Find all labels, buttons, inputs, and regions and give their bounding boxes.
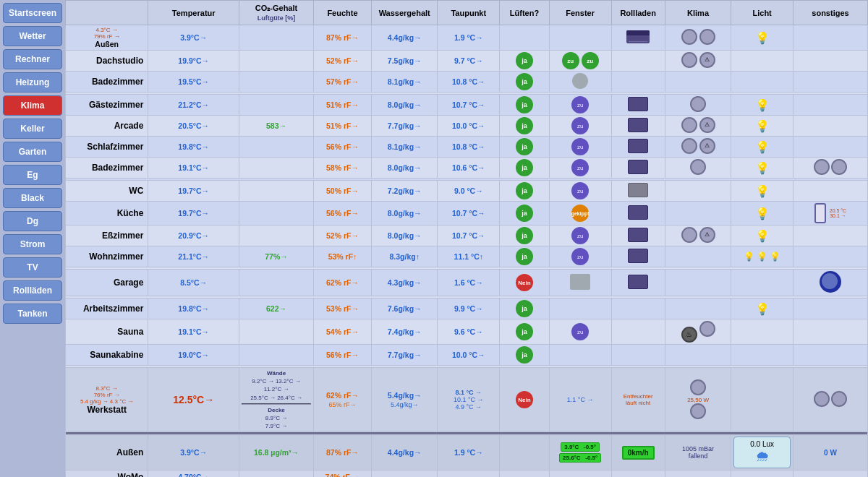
cell-sonstiges [793, 298, 868, 319]
temp-display-1: 3.9°C -0.5° [561, 442, 600, 452]
cell-temp: 19.1°C→ [148, 158, 239, 179]
lueften-btn[interactable]: ja [516, 159, 533, 176]
fenster-btn-zu[interactable]: zu [571, 96, 589, 113]
cell-klima [665, 95, 731, 116]
lueften-btn[interactable]: ja [516, 323, 533, 340]
lueften-btn[interactable]: ja [516, 346, 533, 364]
cell-feuchte: 50% rF→ [313, 181, 371, 202]
lux-display: 0.0 Lux 🌧 [733, 437, 791, 468]
lueften-btn[interactable]: ja [516, 300, 533, 317]
fenster-btn-zu[interactable]: zu [571, 159, 589, 176]
cell-wasser: 7.7g/kg→ [371, 345, 437, 366]
cell-taupunkt: 10.0 °C→ [438, 345, 500, 366]
cell-klima [665, 181, 731, 202]
cell-wasser: 8.0g/kg→ [371, 225, 437, 246]
cell-fenster: zu [549, 225, 611, 246]
sidebar-item-tv[interactable]: TV [3, 257, 62, 278]
fenster-btn-zu[interactable]: zu [571, 182, 589, 199]
cell-pressure: 1005 mBar fallend [665, 435, 731, 470]
sidebar-item-garten[interactable]: Garten [3, 142, 62, 162]
cell-klima [665, 345, 731, 366]
table-row: 4.3°C →79% rF → Außen 3.9°C→ 87% rF→ 4.4… [66, 25, 868, 51]
cell-licht: 💡 [731, 225, 793, 246]
cell-licht-womo [731, 470, 793, 477]
cell-rollladen [611, 270, 665, 296]
col-header-fenster: Fenster [549, 1, 611, 25]
cell-temp: 21.2°C→ [148, 95, 239, 116]
cell-co2 [239, 95, 314, 116]
cell-sonstiges [793, 51, 868, 72]
cell-co2 [239, 25, 314, 51]
cell-co2: 77%→ [239, 246, 314, 267]
cell-co2-bottom: 16.8 µg/m³→ [239, 435, 314, 470]
cell-taupunkt: 9.6 °C→ [438, 319, 500, 345]
sidebar: Startscreen Wetter Rechner Heizung Klima… [0, 0, 65, 477]
cell-fenster-bottom: 3.9°C -0.5° 25.6°C -0.5° [549, 435, 611, 470]
sidebar-item-rolllaeden[interactable]: Rollläden [3, 280, 62, 301]
sidebar-item-eg[interactable]: Eg [3, 165, 62, 185]
fenster-btn-zu[interactable]: zu [571, 323, 589, 340]
cell-lueften-bottom [500, 435, 550, 470]
außen-extra-info: 4.3°C →79% rF → [68, 27, 145, 40]
lueften-btn-ja[interactable]: ja [516, 52, 533, 69]
sidebar-item-strom[interactable]: Strom [3, 234, 62, 254]
lueften-btn[interactable]: ja [516, 182, 533, 199]
cell-wasser: 7.2g/kg→ [371, 181, 437, 202]
sidebar-item-tanken[interactable]: Tanken [3, 304, 62, 324]
table-row: Gästezimmer 21.2°C→ 51% rF→ 8.0g/kg→ 10.… [66, 95, 868, 116]
sidebar-item-dg[interactable]: Dg [3, 211, 62, 231]
sidebar-item-startscreen[interactable]: Startscreen [3, 3, 62, 23]
lueften-btn-nein[interactable]: Nein [516, 274, 533, 291]
row-label-sauna: Sauna [66, 319, 148, 345]
lueften-btn[interactable]: ja [516, 205, 533, 222]
col-header-feuchte: Feuchte [313, 1, 371, 25]
fenster-btn-zu[interactable]: zu [571, 227, 589, 244]
sidebar-item-heizung[interactable]: Heizung [3, 72, 62, 93]
cell-co2 [239, 181, 314, 202]
row-label-garage: Garage [66, 270, 148, 296]
cell-lueften: ja [500, 181, 550, 202]
sidebar-item-keller[interactable]: Keller [3, 119, 62, 139]
cell-fenster: zu [549, 319, 611, 345]
lueften-btn-ja[interactable]: ja [516, 73, 533, 90]
cell-fenster [549, 270, 611, 296]
sidebar-item-klima[interactable]: Klima [3, 95, 62, 116]
cell-sonstiges [793, 72, 868, 93]
table-row: Dachstudio 19.9°C→ 52% rF→ 7.5g/kg→ 9.7 … [66, 51, 868, 72]
cell-taupunkt: 10.0 °C→ [438, 116, 500, 137]
lueften-btn-nein[interactable]: Nein [516, 391, 533, 408]
cell-taupunkt: 10.7 °C→ [438, 95, 500, 116]
cell-temp-werkstatt: 12.5°C→ [148, 368, 239, 432]
cell-sonstiges [793, 158, 868, 179]
cell-licht: 💡 [731, 158, 793, 179]
fenster-btn-zu2[interactable]: zu [582, 52, 599, 69]
cell-klima: ⚠ [665, 51, 731, 72]
fenster-btn-gekippt[interactable]: gekippt [571, 205, 589, 222]
lueften-btn[interactable]: ja [516, 117, 533, 134]
cell-licht: 💡 [731, 202, 793, 225]
cell-temp: 3.9°C→ [148, 25, 239, 51]
lueften-btn[interactable]: ja [516, 138, 533, 155]
cell-lueften-womo [500, 470, 550, 477]
cell-sonstiges [793, 246, 868, 267]
cell-sonstiges-werkstatt [793, 368, 868, 432]
fenster-btn-zu[interactable]: zu [562, 52, 579, 69]
cell-licht [731, 270, 793, 296]
sidebar-item-black[interactable]: Black [3, 188, 62, 208]
cell-rollladen [611, 345, 665, 366]
cell-feuchte: 52% rF→ [313, 225, 371, 246]
cell-lueften: ja [500, 319, 550, 345]
climate-table: Temperatur CO₂-GehaltLuftgüte [%] Feucht… [65, 0, 868, 477]
fenster-btn-zu[interactable]: zu [571, 248, 589, 265]
cell-co2 [239, 319, 314, 345]
lueften-btn[interactable]: ja [516, 96, 533, 113]
sidebar-item-rechner[interactable]: Rechner [3, 49, 62, 69]
lueften-btn[interactable]: ja [516, 248, 533, 265]
sidebar-item-wetter[interactable]: Wetter [3, 26, 62, 46]
fenster-btn-zu[interactable]: zu [571, 138, 589, 155]
cell-taupunkt-werkstatt: 8.1 °C → 10.1 °C → 4.9 °C → [438, 368, 500, 432]
lueften-btn[interactable]: ja [516, 227, 533, 244]
fenster-btn-zu[interactable]: zu [571, 117, 589, 134]
cell-klima [665, 202, 731, 225]
cell-temp: 20.5°C→ [148, 116, 239, 137]
